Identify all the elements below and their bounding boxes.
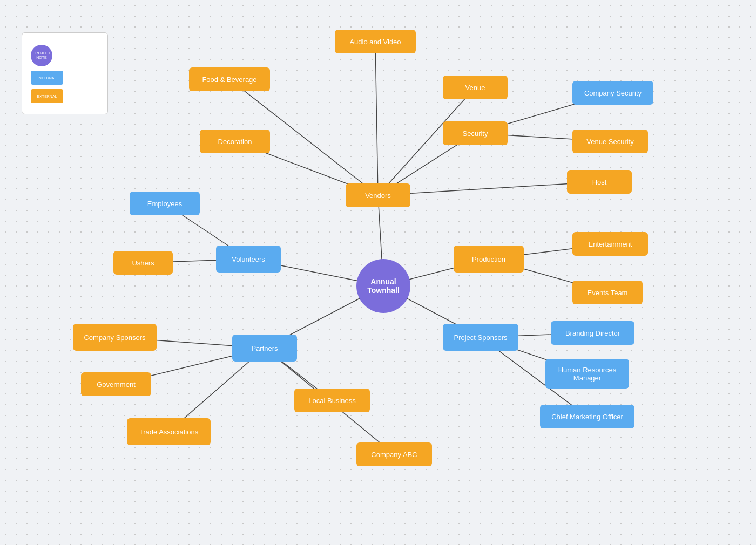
legend-internal: INTERNAL [31, 71, 99, 85]
local-business-node[interactable]: Local Business [294, 389, 370, 412]
security-node[interactable]: Security [443, 121, 508, 145]
project-sponsors-node[interactable]: Project Sponsors [443, 324, 518, 351]
host-node[interactable]: Host [567, 170, 632, 194]
decoration-node[interactable]: Decoration [200, 130, 270, 153]
legend: PROJECTNOTE INTERNAL EXTERNAL [22, 32, 108, 114]
vendors-node[interactable]: Vendors [346, 183, 410, 207]
partners-node[interactable]: Partners [232, 335, 297, 362]
trade-associations-node[interactable]: Trade Associations [127, 418, 211, 445]
audio-video-node[interactable]: Audio and Video [335, 30, 416, 53]
ushers-node[interactable]: Ushers [113, 251, 173, 275]
legend-external-box: EXTERNAL [31, 89, 63, 103]
venue-security-node[interactable]: Venue Security [572, 130, 648, 153]
volunteers-node[interactable]: Volunteers [216, 246, 281, 272]
employees-node[interactable]: Employees [130, 192, 200, 215]
legend-external: EXTERNAL [31, 89, 99, 103]
food-beverage-node[interactable]: Food & Beverage [189, 67, 270, 91]
branding-director-node[interactable]: Branding Director [551, 321, 634, 345]
company-sponsors-node[interactable]: Company Sponsors [73, 324, 157, 351]
government-node[interactable]: Government [81, 372, 151, 396]
company-abc-node[interactable]: Company ABC [356, 442, 432, 466]
events-team-node[interactable]: Events Team [572, 281, 643, 304]
legend-project-circle: PROJECTNOTE [31, 45, 52, 66]
cmo-node[interactable]: Chief Marketing Officer [540, 405, 634, 428]
legend-project-note: PROJECTNOTE [31, 45, 99, 66]
production-node[interactable]: Production [454, 246, 524, 272]
entertainment-node[interactable]: Entertainment [572, 232, 648, 256]
legend-internal-box: INTERNAL [31, 71, 63, 85]
hr-manager-node[interactable]: Human Resources Manager [545, 359, 629, 389]
center-node[interactable]: Annual Townhall [356, 259, 410, 313]
company-security-node[interactable]: Company Security [572, 81, 653, 105]
venue-node[interactable]: Venue [443, 76, 508, 99]
